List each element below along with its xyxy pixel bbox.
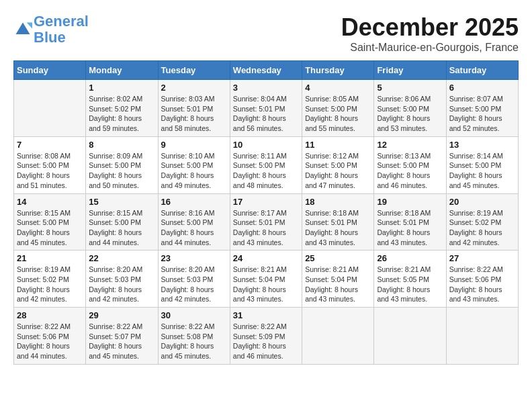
title-area: December 2025 Saint-Maurice-en-Gourgois,… bbox=[341, 13, 519, 54]
day-info: Sunrise: 8:20 AM Sunset: 5:03 PM Dayligh… bbox=[89, 265, 154, 304]
sunset-text: Sunset: 5:00 PM bbox=[89, 218, 154, 228]
table-row: 23 Sunrise: 8:20 AM Sunset: 5:03 PM Dayl… bbox=[158, 250, 230, 308]
day-number: 26 bbox=[377, 253, 443, 263]
table-row: 25 Sunrise: 8:21 AM Sunset: 5:04 PM Dayl… bbox=[302, 250, 374, 308]
sunrise-text: Sunrise: 8:17 AM bbox=[233, 208, 299, 218]
day-info: Sunrise: 8:19 AM Sunset: 5:02 PM Dayligh… bbox=[449, 208, 515, 248]
header-wednesday: Wednesday bbox=[230, 61, 302, 80]
header-thursday: Thursday bbox=[302, 61, 374, 80]
sunset-text: Sunset: 5:00 PM bbox=[377, 104, 443, 114]
logo-line2: Blue bbox=[34, 29, 66, 46]
sunset-text: Sunset: 5:06 PM bbox=[17, 332, 83, 342]
sunset-text: Sunset: 5:01 PM bbox=[233, 104, 299, 114]
table-row: 2 Sunrise: 8:03 AM Sunset: 5:01 PM Dayli… bbox=[158, 80, 230, 137]
day-info: Sunrise: 8:02 AM Sunset: 5:02 PM Dayligh… bbox=[89, 94, 154, 134]
table-row: 7 Sunrise: 8:08 AM Sunset: 5:00 PM Dayli… bbox=[14, 136, 86, 193]
sunset-text: Sunset: 5:00 PM bbox=[233, 161, 299, 171]
day-info: Sunrise: 8:21 AM Sunset: 5:05 PM Dayligh… bbox=[377, 265, 443, 304]
sunset-text: Sunset: 5:08 PM bbox=[161, 332, 227, 342]
sunrise-text: Sunrise: 8:08 AM bbox=[17, 151, 83, 161]
sunrise-text: Sunrise: 8:21 AM bbox=[377, 265, 443, 275]
calendar-week-row: 14 Sunrise: 8:15 AM Sunset: 5:00 PM Dayl… bbox=[14, 193, 519, 250]
header-sunday: Sunday bbox=[14, 61, 86, 80]
daylight-text: Daylight: 8 hours and 44 minutes. bbox=[89, 228, 154, 247]
sunset-text: Sunset: 5:00 PM bbox=[449, 161, 515, 171]
day-number: 28 bbox=[17, 310, 83, 320]
sunrise-text: Sunrise: 8:07 AM bbox=[449, 94, 515, 104]
calendar-week-row: 21 Sunrise: 8:19 AM Sunset: 5:02 PM Dayl… bbox=[14, 250, 519, 308]
daylight-text: Daylight: 8 hours and 43 minutes. bbox=[377, 285, 443, 304]
day-info: Sunrise: 8:19 AM Sunset: 5:02 PM Dayligh… bbox=[17, 265, 83, 304]
day-info: Sunrise: 8:10 AM Sunset: 5:00 PM Dayligh… bbox=[161, 151, 227, 191]
day-number: 5 bbox=[377, 83, 443, 93]
sunrise-text: Sunrise: 8:03 AM bbox=[161, 94, 227, 104]
day-number: 17 bbox=[233, 197, 299, 207]
day-info: Sunrise: 8:16 AM Sunset: 5:00 PM Dayligh… bbox=[161, 208, 227, 248]
sunset-text: Sunset: 5:00 PM bbox=[449, 104, 515, 114]
day-info: Sunrise: 8:21 AM Sunset: 5:04 PM Dayligh… bbox=[233, 265, 299, 304]
day-number: 9 bbox=[161, 140, 227, 150]
daylight-text: Daylight: 8 hours and 45 minutes. bbox=[89, 341, 154, 361]
table-row: 8 Sunrise: 8:09 AM Sunset: 5:00 PM Dayli… bbox=[86, 136, 158, 193]
daylight-text: Daylight: 8 hours and 45 minutes. bbox=[17, 228, 83, 247]
daylight-text: Daylight: 8 hours and 43 minutes. bbox=[449, 285, 515, 304]
table-row: 10 Sunrise: 8:11 AM Sunset: 5:00 PM Dayl… bbox=[230, 136, 302, 193]
day-number: 13 bbox=[449, 140, 515, 150]
day-info: Sunrise: 8:03 AM Sunset: 5:01 PM Dayligh… bbox=[161, 94, 227, 134]
sunset-text: Sunset: 5:04 PM bbox=[305, 275, 371, 285]
sunset-text: Sunset: 5:01 PM bbox=[233, 218, 299, 228]
day-number: 27 bbox=[449, 253, 515, 263]
day-info: Sunrise: 8:18 AM Sunset: 5:01 PM Dayligh… bbox=[305, 208, 371, 248]
sunrise-text: Sunrise: 8:18 AM bbox=[305, 208, 371, 218]
day-info: Sunrise: 8:15 AM Sunset: 5:00 PM Dayligh… bbox=[17, 208, 83, 248]
table-row: 20 Sunrise: 8:19 AM Sunset: 5:02 PM Dayl… bbox=[446, 193, 518, 250]
sunset-text: Sunset: 5:03 PM bbox=[89, 275, 154, 285]
daylight-text: Daylight: 8 hours and 45 minutes. bbox=[161, 341, 227, 361]
daylight-text: Daylight: 8 hours and 46 minutes. bbox=[377, 171, 443, 190]
sunrise-text: Sunrise: 8:09 AM bbox=[89, 151, 154, 161]
sunrise-text: Sunrise: 8:02 AM bbox=[89, 94, 154, 104]
sunset-text: Sunset: 5:00 PM bbox=[305, 161, 371, 171]
daylight-text: Daylight: 8 hours and 44 minutes. bbox=[17, 341, 83, 361]
day-info: Sunrise: 8:09 AM Sunset: 5:00 PM Dayligh… bbox=[89, 151, 154, 191]
sunset-text: Sunset: 5:00 PM bbox=[17, 218, 83, 228]
sunrise-text: Sunrise: 8:20 AM bbox=[89, 265, 154, 275]
day-number: 1 bbox=[89, 83, 154, 93]
table-row: 24 Sunrise: 8:21 AM Sunset: 5:04 PM Dayl… bbox=[230, 250, 302, 308]
calendar-week-row: 28 Sunrise: 8:22 AM Sunset: 5:06 PM Dayl… bbox=[14, 308, 519, 365]
table-row: 11 Sunrise: 8:12 AM Sunset: 5:00 PM Dayl… bbox=[302, 136, 374, 193]
sunrise-text: Sunrise: 8:21 AM bbox=[233, 265, 299, 275]
daylight-text: Daylight: 8 hours and 52 minutes. bbox=[449, 113, 515, 133]
daylight-text: Daylight: 8 hours and 43 minutes. bbox=[377, 228, 443, 247]
sunset-text: Sunset: 5:02 PM bbox=[449, 218, 515, 228]
day-number: 12 bbox=[377, 140, 443, 150]
daylight-text: Daylight: 8 hours and 55 minutes. bbox=[305, 113, 371, 133]
day-info: Sunrise: 8:04 AM Sunset: 5:01 PM Dayligh… bbox=[233, 94, 299, 134]
daylight-text: Daylight: 8 hours and 48 minutes. bbox=[233, 171, 299, 190]
day-number: 15 bbox=[89, 197, 154, 207]
table-row: 15 Sunrise: 8:15 AM Sunset: 5:00 PM Dayl… bbox=[86, 193, 158, 250]
daylight-text: Daylight: 8 hours and 51 minutes. bbox=[17, 171, 83, 190]
sunset-text: Sunset: 5:07 PM bbox=[89, 332, 154, 342]
daylight-text: Daylight: 8 hours and 44 minutes. bbox=[161, 228, 227, 247]
day-number: 18 bbox=[305, 197, 371, 207]
svg-marker-1 bbox=[27, 23, 32, 29]
day-number: 3 bbox=[233, 83, 299, 93]
day-info: Sunrise: 8:11 AM Sunset: 5:00 PM Dayligh… bbox=[233, 151, 299, 191]
table-row: 4 Sunrise: 8:05 AM Sunset: 5:00 PM Dayli… bbox=[302, 80, 374, 137]
logo-line1: General bbox=[34, 13, 89, 30]
day-info: Sunrise: 8:22 AM Sunset: 5:06 PM Dayligh… bbox=[17, 322, 83, 361]
table-row: 3 Sunrise: 8:04 AM Sunset: 5:01 PM Dayli… bbox=[230, 80, 302, 137]
daylight-text: Daylight: 8 hours and 43 minutes. bbox=[233, 285, 299, 304]
day-number: 25 bbox=[305, 253, 371, 263]
day-info: Sunrise: 8:13 AM Sunset: 5:00 PM Dayligh… bbox=[377, 151, 443, 191]
daylight-text: Daylight: 8 hours and 42 minutes. bbox=[17, 285, 83, 304]
header-saturday: Saturday bbox=[446, 61, 518, 80]
table-row bbox=[374, 308, 446, 365]
sunset-text: Sunset: 5:02 PM bbox=[17, 275, 83, 285]
sunset-text: Sunset: 5:00 PM bbox=[17, 161, 83, 171]
sunrise-text: Sunrise: 8:11 AM bbox=[233, 151, 299, 161]
sunset-text: Sunset: 5:00 PM bbox=[161, 161, 227, 171]
table-row bbox=[14, 80, 86, 137]
location-title: Saint-Maurice-en-Gourgois, France bbox=[341, 42, 519, 54]
